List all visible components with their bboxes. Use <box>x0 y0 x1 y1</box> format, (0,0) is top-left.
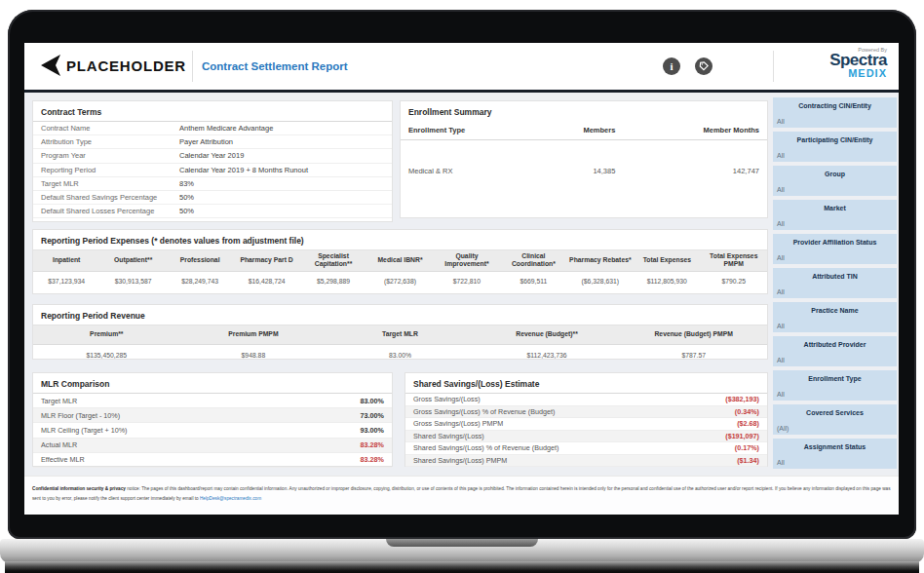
expenses-column-header: Total Expenses PMPM <box>701 250 767 271</box>
expenses-column-header: Professional <box>167 254 233 266</box>
shared-savings-row-label: Gross Savings/(Loss) <box>413 395 481 403</box>
filter-title: Contracting CIN/Entity <box>773 97 897 109</box>
expenses-column-header: Medical IBNR* <box>366 254 433 266</box>
member-months-value: 142,747 <box>615 167 759 175</box>
expenses-value-row: $37,123,934$30,913,587$28,249,743$16,428… <box>33 272 767 291</box>
filter-card-attributed-tin[interactable]: Attributed TINAll <box>773 268 897 298</box>
expenses-title: Reporting Period Expenses (* denotes val… <box>33 230 767 249</box>
filter-card-contracting-cin-entity[interactable]: Contracting CIN/EntityAll <box>773 97 897 128</box>
revenue-column-header: Revenue (Budget)** <box>474 328 621 340</box>
contract-terms-card: Contract Terms Contract NameAnthem Medic… <box>32 100 393 222</box>
expenses-column-header: Pharmacy Rebates* <box>567 254 634 266</box>
filter-title: Covered Services <box>773 404 897 416</box>
expenses-cell: $28,249,743 <box>167 278 233 285</box>
filter-title: Group <box>773 166 897 177</box>
shared-savings-row-value: ($191,097) <box>725 432 759 440</box>
expenses-header-row: InpatientOutpatient**ProfessionalPharmac… <box>33 249 767 272</box>
tag-icon[interactable] <box>695 57 712 75</box>
filter-card-enrollment-type[interactable]: Enrollment TypeAll <box>773 370 897 401</box>
mlr-row-value: 73.00% <box>361 411 384 420</box>
dashboard-header: PLACEHOLDER Contract Settlement Report i… <box>24 43 899 90</box>
notice-lead: Confidential information security & priv… <box>32 486 126 491</box>
notice-body: notice: The pages of this dashboard/repo… <box>32 486 891 501</box>
mlr-row: Actual MLR83.28% <box>33 439 392 453</box>
shared-savings-row-label: Shared Savings/(Loss) <box>413 432 484 440</box>
header-divider-2 <box>773 51 774 82</box>
enrollment-summary-title: Enrollment Summary <box>401 101 767 121</box>
mlr-row: Target MLR83.00% <box>33 394 392 408</box>
mlr-comparison-title: MLR Comparison <box>33 373 392 393</box>
filter-value: All <box>777 288 785 295</box>
expenses-column-header: Total Expenses <box>634 254 700 266</box>
shared-savings-row: Shared Savings/(Loss) PMPM($1.34) <box>405 455 767 468</box>
members-value: 14,385 <box>524 167 616 175</box>
mlr-row-value: 83.28% <box>361 455 384 464</box>
header-divider <box>192 51 193 82</box>
term-label: Default Shared Losses Percentage <box>41 207 179 215</box>
expenses-cell: $112,805,930 <box>634 278 700 285</box>
shared-savings-row-value: (0.17%) <box>735 443 759 452</box>
filter-value: All <box>777 152 785 159</box>
filter-title: Assignment Status <box>773 439 897 450</box>
col-enrollment-type: Enrollment Type <box>408 126 524 134</box>
contract-term-row: Contract NameAnthem Medicare Advantage <box>33 122 392 135</box>
filter-value: All <box>777 323 785 329</box>
term-label: Reporting Period <box>41 166 179 174</box>
term-value: Calendar Year 2019 <box>179 151 244 160</box>
expenses-cell: $722,810 <box>434 278 500 285</box>
mlr-row-value: 83.00% <box>361 397 384 405</box>
expenses-column-header: Pharmacy Part D <box>233 254 299 266</box>
term-value: 83% <box>179 179 194 188</box>
term-label: Contract Name <box>41 124 179 133</box>
filter-title: Practice Name <box>773 302 897 314</box>
term-label: Target MLR <box>41 179 179 188</box>
logo-spectra: Spectra <box>789 53 887 68</box>
shared-savings-row: Gross Savings/(Loss) % of Revenue (Budge… <box>405 406 767 419</box>
shared-savings-title: Shared Savings/(Loss) Estimate <box>405 373 767 393</box>
expenses-cell: $790.25 <box>701 278 767 285</box>
filter-card-assignment-status[interactable]: Assignment StatusAll <box>773 439 897 469</box>
revenue-card: Reporting Period Revenue Premium**Premiu… <box>32 304 768 360</box>
enrollment-header-row: Enrollment Type Members Member Months <box>401 121 767 140</box>
contract-term-row: Default Shared Losses Percentage50% <box>33 205 392 218</box>
revenue-cell: $948.88 <box>180 352 327 359</box>
filter-card-group[interactable]: GroupAll <box>773 166 897 196</box>
mlr-row: MLR Ceiling (Target + 10%)93.00% <box>33 423 392 438</box>
filter-card-practice-name[interactable]: Practice NameAll <box>773 302 897 332</box>
laptop-base-shadow <box>5 561 919 573</box>
laptop-base <box>0 539 924 563</box>
filter-card-provider-affiliation-status[interactable]: Provider Affiliation StatusAll <box>773 234 897 264</box>
enrollment-data-row: Medical & RX 14,385 142,747 <box>401 140 767 201</box>
mlr-row-label: MLR Floor (Target - 10%) <box>41 411 120 420</box>
expenses-column-header: Specialist Capitation** <box>300 250 366 271</box>
revenue-cell: 83.00% <box>327 352 474 359</box>
placeholder-logo-icon <box>40 54 61 77</box>
revenue-title: Reporting Period Revenue <box>33 305 767 325</box>
filter-card-market[interactable]: MarketAll <box>773 200 897 230</box>
shared-savings-row-label: Gross Savings/(Loss) PMPM <box>413 419 503 428</box>
expenses-cell: $5,298,889 <box>300 278 366 285</box>
term-label: Default Shared Savings Percentage <box>41 193 179 202</box>
filter-title: Market <box>773 200 897 211</box>
term-label: Program Year <box>41 151 179 160</box>
filter-card-covered-services[interactable]: Covered Services(All) <box>773 404 897 435</box>
revenue-header-row: Premium**Premium PMPMTarget MLRRevenue (… <box>33 325 767 345</box>
term-value: Calendar Year 2019 + 8 Months Runout <box>179 166 308 174</box>
filter-value: All <box>777 391 785 398</box>
filter-card-participating-cin-entity[interactable]: Participating CIN/EntityAll <box>773 132 897 162</box>
logo-medix: MEDIX <box>789 68 887 78</box>
header-separator <box>24 90 899 93</box>
helpdesk-email-link[interactable]: HelpDesk@spectramedix.com <box>200 496 261 501</box>
filter-value: All <box>777 220 785 227</box>
spectramedix-logo: Powered By Spectra MEDIX <box>789 47 887 78</box>
mlr-row-value: 83.28% <box>361 440 384 449</box>
expenses-column-header: Clinical Coordination* <box>500 250 566 271</box>
info-icon[interactable]: i <box>663 57 680 75</box>
filter-title: Attributed TIN <box>773 268 897 280</box>
filter-card-attributed-provider[interactable]: Attributed ProviderAll <box>773 336 897 366</box>
revenue-column-header: Premium** <box>33 328 180 340</box>
col-members: Members <box>524 126 616 134</box>
filter-title: Attributed Provider <box>773 336 897 348</box>
filter-value: All <box>777 118 785 125</box>
dashboard-screen: PLACEHOLDER Contract Settlement Report i… <box>24 43 899 515</box>
